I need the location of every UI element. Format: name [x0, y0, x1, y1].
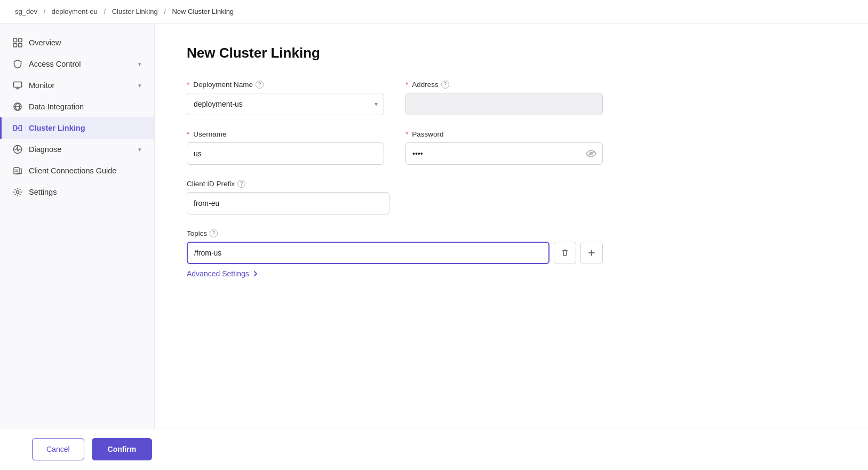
- chevron-down-icon: ▾: [138, 61, 141, 68]
- deployment-name-group: * Deployment Name ? deployment-us ▾: [187, 81, 384, 115]
- client-id-prefix-label: Client ID Prefix ?: [187, 180, 603, 188]
- username-group: * Username: [187, 130, 384, 165]
- required-star-address: *: [405, 81, 408, 89]
- sidebar: Overview Access Control ▾ Monitor ▾: [0, 23, 155, 428]
- breadcrumb-sep-2: /: [103, 7, 107, 15]
- deployment-name-select-wrapper: deployment-us ▾: [187, 93, 384, 115]
- client-id-help-icon[interactable]: ?: [237, 180, 245, 188]
- breadcrumb-item-1[interactable]: sg_dev: [15, 7, 37, 15]
- sidebar-item-settings[interactable]: Settings: [0, 181, 154, 203]
- svg-point-11: [17, 191, 19, 194]
- topics-label: Topics ?: [187, 229, 603, 237]
- svg-rect-4: [14, 82, 22, 87]
- sidebar-item-diagnose[interactable]: Diagnose ▾: [0, 139, 154, 160]
- svg-rect-1: [19, 38, 22, 42]
- breadcrumb-item-2[interactable]: deployment-eu: [52, 7, 98, 15]
- grid-icon: [13, 38, 22, 47]
- address-input[interactable]: [405, 93, 603, 115]
- breadcrumb-item-4: New Cluster Linking: [172, 7, 234, 15]
- sidebar-label-data-integration: Data Integration: [29, 102, 84, 111]
- breadcrumb: sg_dev / deployment-eu / Cluster Linking…: [0, 0, 868, 23]
- svg-rect-3: [19, 44, 22, 47]
- topics-input[interactable]: [187, 242, 550, 264]
- topics-group: Topics ?: [187, 229, 603, 264]
- sidebar-label-settings: Settings: [29, 188, 57, 196]
- cancel-button[interactable]: Cancel: [32, 438, 84, 460]
- page-title: New Cluster Linking: [187, 45, 836, 61]
- sidebar-label-access-control: Access Control: [29, 60, 81, 68]
- password-group: * Password: [405, 130, 603, 165]
- sidebar-label-diagnose: Diagnose: [29, 145, 61, 154]
- client-icon: [13, 166, 22, 176]
- password-label: * Password: [405, 130, 603, 138]
- deployment-name-help-icon[interactable]: ?: [256, 81, 264, 89]
- sidebar-item-access-control[interactable]: Access Control ▾: [0, 53, 154, 75]
- advanced-settings-link[interactable]: Advanced Settings: [187, 269, 259, 278]
- sidebar-item-data-integration[interactable]: Data Integration: [0, 96, 154, 117]
- password-toggle-icon[interactable]: [586, 150, 596, 157]
- svg-point-8: [17, 128, 19, 129]
- sidebar-label-overview: Overview: [29, 38, 61, 47]
- svg-rect-2: [13, 44, 17, 47]
- breadcrumb-sep-1: /: [44, 7, 47, 15]
- password-wrapper: [405, 142, 603, 165]
- diagnose-icon: [13, 145, 22, 154]
- sidebar-item-cluster-linking[interactable]: Cluster Linking: [0, 117, 154, 139]
- data-icon: [13, 102, 22, 111]
- confirm-button[interactable]: Confirm: [92, 438, 153, 460]
- chevron-right-icon: [252, 270, 259, 277]
- sidebar-item-client-connections[interactable]: Client Connections Guide: [0, 160, 154, 181]
- breadcrumb-item-3[interactable]: Cluster Linking: [112, 7, 158, 15]
- svg-rect-10: [14, 168, 19, 174]
- deployment-name-select[interactable]: deployment-us: [187, 93, 384, 115]
- topics-add-button[interactable]: [580, 242, 603, 264]
- client-id-prefix-group: Client ID Prefix ?: [187, 180, 603, 214]
- sidebar-label-monitor: Monitor: [29, 81, 54, 90]
- chevron-down-icon-diagnose: ▾: [138, 146, 141, 153]
- topics-help-icon[interactable]: ?: [210, 229, 218, 237]
- username-label: * Username: [187, 130, 384, 138]
- required-star-password: *: [405, 130, 408, 138]
- cluster-icon: [13, 123, 22, 133]
- settings-icon: [13, 187, 22, 197]
- shield-icon: [13, 59, 22, 69]
- required-star-deployment: *: [187, 81, 189, 89]
- breadcrumb-sep-3: /: [164, 7, 168, 15]
- address-help-icon[interactable]: ?: [441, 81, 449, 89]
- sidebar-item-overview[interactable]: Overview: [0, 32, 154, 53]
- chevron-down-icon-monitor: ▾: [138, 82, 141, 89]
- address-label: * Address ?: [405, 81, 603, 89]
- address-group: * Address ?: [405, 81, 603, 115]
- password-input[interactable]: [405, 142, 603, 165]
- sidebar-label-cluster-linking: Cluster Linking: [29, 124, 85, 132]
- form: * Deployment Name ? deployment-us ▾ * Ad…: [187, 81, 603, 264]
- topics-delete-button[interactable]: [554, 242, 576, 264]
- svg-rect-0: [13, 38, 17, 42]
- topics-row: [187, 242, 603, 264]
- footer-bar: Cancel Confirm: [0, 428, 868, 470]
- main-content: New Cluster Linking * Deployment Name ? …: [155, 23, 868, 428]
- required-star-username: *: [187, 130, 189, 138]
- sidebar-label-client-connections: Client Connections Guide: [29, 166, 116, 175]
- monitor-icon: [13, 81, 22, 90]
- username-input[interactable]: [187, 142, 384, 165]
- deployment-name-label: * Deployment Name ?: [187, 81, 384, 89]
- client-id-prefix-input[interactable]: [187, 192, 389, 214]
- sidebar-item-monitor[interactable]: Monitor ▾: [0, 75, 154, 96]
